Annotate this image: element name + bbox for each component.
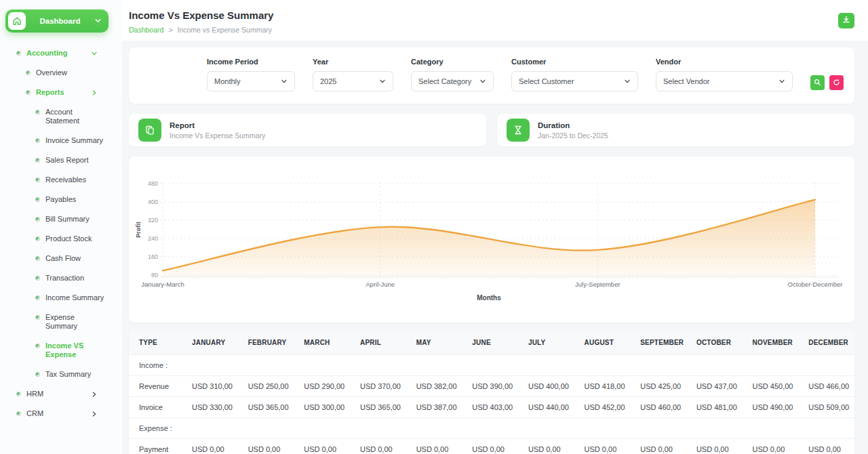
table-row-payment: PaymentUSD 0,00USD 0,00USD 0,00USD 0,00U…	[129, 439, 854, 454]
amount-cell: USD 0,00	[798, 439, 854, 454]
income-period-field: Income PeriodMonthly	[207, 58, 295, 91]
app-window: Dashboard AccountingOverviewReportsAccou…	[0, 0, 868, 454]
sidebar-item-reports[interactable]: Reports	[0, 83, 122, 102]
breadcrumb: Dashboard > Income vs Expense Summary	[129, 26, 273, 34]
income-period-label: Income Period	[207, 58, 295, 66]
sidebar-item-accounting[interactable]: Accounting	[0, 43, 122, 63]
customer-select[interactable]: Select Customer	[511, 71, 638, 91]
vendor-select[interactable]: Select Vendor	[656, 71, 793, 91]
sidebar-item-sales-report[interactable]: Sales Report	[0, 150, 122, 170]
amount-cell: USD 0,00	[238, 439, 294, 454]
amount-cell: USD 425,00	[630, 376, 686, 397]
sidebar-item-bill-summary[interactable]: Bill Summary	[0, 209, 122, 229]
amount-cell: USD 330,00	[182, 397, 238, 418]
svg-text:Months: Months	[477, 294, 501, 302]
amount-cell: USD 382,00	[406, 376, 462, 397]
sidebar-item-transaction[interactable]: Transaction	[0, 268, 122, 288]
sidebar-item-overview[interactable]: Overview	[0, 63, 122, 83]
section-row-expense: Expense :	[129, 418, 854, 439]
customer-label: Customer	[511, 58, 638, 66]
sidebar: Dashboard AccountingOverviewReportsAccou…	[0, 0, 122, 454]
sidebar-item-label: Income VS Expense	[45, 342, 105, 359]
duration-card: Duration Jan-2025 to Dec-2025	[497, 114, 854, 146]
sidebar-item-label: Reports	[36, 88, 64, 97]
chevron-right-icon	[91, 391, 98, 398]
amount-cell: USD 403,00	[462, 397, 518, 418]
sidebar-item-invoice-summary[interactable]: Invoice Summary	[0, 131, 122, 150]
svg-text:480: 480	[148, 180, 158, 187]
year-select[interactable]: 2025	[313, 71, 393, 91]
sidebar-item-label: CRM	[26, 409, 43, 418]
breadcrumb-dashboard-link[interactable]: Dashboard	[129, 26, 163, 34]
sidebar-item-crm[interactable]: CRM	[0, 404, 122, 424]
svg-text:400: 400	[148, 199, 158, 205]
year-label: Year	[313, 58, 393, 66]
sidebar-item-receivables[interactable]: Receivables	[0, 170, 122, 190]
chevron-right-icon	[91, 411, 98, 417]
sidebar-item-payables[interactable]: Payables	[0, 190, 122, 209]
duration-card-title: Duration	[538, 121, 608, 129]
page-title: Income Vs Expense Summary	[129, 9, 273, 21]
bullet-icon	[35, 295, 40, 300]
sidebar-item-label: Payables	[45, 195, 76, 204]
sidebar-item-account-statement[interactable]: Account Statement	[0, 102, 122, 131]
chevron-down-icon	[91, 50, 98, 57]
amount-cell: USD 370,00	[350, 376, 406, 397]
download-button[interactable]	[838, 13, 854, 28]
row-type: Payment	[129, 439, 182, 454]
amount-cell: USD 0,00	[574, 439, 631, 454]
amount-cell: USD 0,00	[462, 439, 518, 454]
reset-button[interactable]	[829, 75, 844, 90]
bullet-icon	[35, 315, 40, 320]
sidebar-item-tax-summary[interactable]: Tax Summary	[0, 365, 122, 384]
main-area: Income Vs Expense Summary Dashboard > In…	[122, 0, 868, 454]
vendor-label: Vendor	[656, 58, 793, 66]
bullet-icon	[35, 110, 40, 115]
svg-text:160: 160	[148, 253, 158, 260]
chevron-right-icon	[91, 89, 98, 96]
home-icon	[8, 12, 26, 30]
category-select[interactable]: Select Category	[411, 71, 494, 91]
table-row-revenue: RevenueUSD 310,00USD 250,00USD 290,00USD…	[129, 376, 854, 397]
sidebar-item-label: Expense Summary	[45, 313, 105, 331]
sidebar-item-product-stock[interactable]: Product Stock	[0, 229, 122, 249]
amount-cell: USD 418,00	[574, 376, 631, 397]
bullet-icon	[26, 70, 31, 75]
sidebar-item-label: Sales Report	[45, 156, 89, 165]
filter-bar: Income PeriodMonthlyYear2025CategorySele…	[129, 47, 854, 104]
table-row-invoice: InvoiceUSD 330,00USD 365,00USD 300,00USD…	[129, 397, 854, 418]
amount-cell: USD 437,00	[686, 376, 743, 397]
duration-card-subtitle: Jan-2025 to Dec-2025	[538, 131, 608, 140]
amount-cell: USD 365,00	[238, 397, 294, 418]
column-header-april: APRIL	[350, 331, 406, 355]
report-card-subtitle: Income Vs Expense Summary	[170, 131, 265, 140]
sidebar-item-income-vs-expense[interactable]: Income VS Expense	[0, 336, 122, 365]
search-button[interactable]	[810, 75, 825, 90]
column-header-may: MAY	[406, 331, 462, 355]
amount-cell: USD 0,00	[294, 439, 350, 454]
page-header: Income Vs Expense Summary Dashboard > In…	[122, 0, 868, 41]
chevron-down-icon	[379, 75, 386, 87]
content-area: Income PeriodMonthlyYear2025CategorySele…	[122, 41, 868, 454]
amount-cell: USD 250,00	[238, 376, 294, 397]
customer-value: Select Customer	[519, 77, 574, 85]
sidebar-item-hrm[interactable]: HRM	[0, 384, 122, 404]
svg-text:80: 80	[151, 272, 158, 278]
dashboard-button[interactable]: Dashboard	[5, 9, 108, 33]
amount-cell: USD 0,00	[182, 439, 238, 454]
bullet-icon	[35, 256, 40, 261]
column-header-november: NOVEMBER	[743, 331, 799, 355]
sidebar-item-expense-summary[interactable]: Expense Summary	[0, 308, 122, 336]
sidebar-item-income-summary[interactable]: Income Summary	[0, 288, 122, 308]
profit-chart-card: 80160240320400480January-MarchApril-June…	[129, 157, 854, 323]
bullet-icon	[16, 411, 21, 416]
report-card: Report Income Vs Expense Summary	[129, 114, 486, 146]
bullet-icon	[35, 276, 40, 281]
sidebar-item-label: Receivables	[45, 176, 86, 184]
hourglass-icon	[507, 119, 530, 142]
profit-area-chart: 80160240320400480January-MarchApril-June…	[129, 157, 854, 309]
income-period-select[interactable]: Monthly	[207, 71, 295, 91]
sidebar-item-cash-flow[interactable]: Cash Flow	[0, 249, 122, 268]
amount-cell: USD 290,00	[294, 376, 350, 397]
chevron-down-icon	[479, 75, 486, 87]
